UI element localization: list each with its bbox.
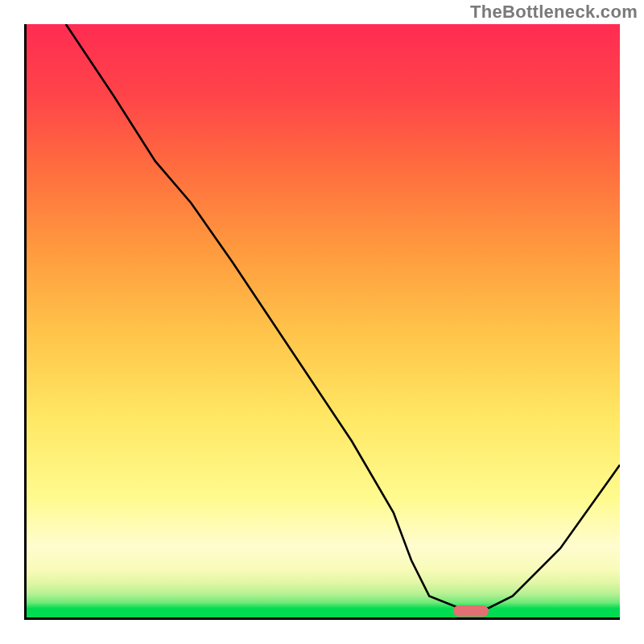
chart-line	[66, 24, 620, 608]
line-chart	[24, 24, 620, 620]
highlight-marker	[453, 605, 489, 617]
chart-container: TheBottleneck.com	[0, 0, 644, 644]
watermark-text: TheBottleneck.com	[470, 2, 638, 23]
plot-area	[24, 24, 620, 620]
